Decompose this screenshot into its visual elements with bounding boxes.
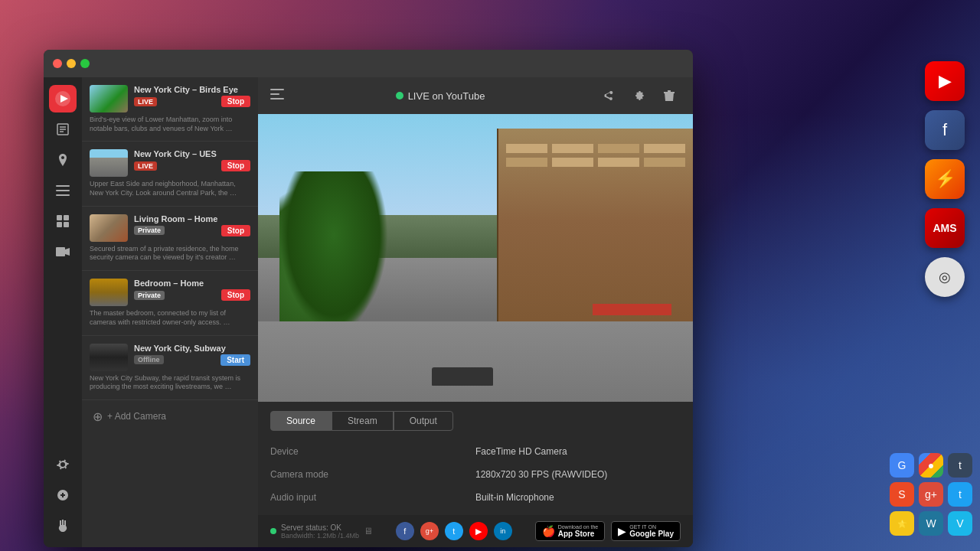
device-value: FaceTime HD Camera (475, 443, 681, 460)
mini-tumblr-icon[interactable]: t (948, 453, 972, 478)
tab-source[interactable]: Source (270, 411, 332, 431)
camera-list: New York City – Birds Eye LIVE Stop Bird… (82, 77, 258, 547)
camera-name-living: Living Room – Home (134, 214, 250, 223)
stop-button-nyc-ues[interactable]: Stop (221, 160, 250, 171)
camera-name-bedroom: Bedroom – Home (134, 279, 250, 288)
mini-wordpress-icon[interactable]: W (919, 511, 943, 536)
google-play-label: Google Play (629, 530, 674, 538)
main-content: LIVE on YouTube (258, 77, 693, 547)
sidebar-item-location[interactable] (49, 146, 77, 174)
share-button[interactable] (596, 84, 619, 107)
facebook-dock-icon[interactable]: f (925, 110, 965, 150)
ams-dock-icon[interactable]: AMS (925, 208, 965, 248)
camera-desc-nyc-ues: Upper East Side and neighborhood, Manhat… (90, 180, 250, 197)
sidebar-item-list[interactable] (49, 177, 77, 204)
sidebar-item-settings[interactable] (49, 451, 77, 478)
svg-rect-17 (270, 98, 284, 99)
video-scene (258, 114, 693, 402)
sidebar-item-video[interactable] (49, 238, 77, 266)
tab-stream[interactable]: Stream (332, 411, 394, 431)
app-window: New York City – Birds Eye LIVE Stop Bird… (44, 50, 693, 547)
mini-stumble-icon[interactable]: S (890, 482, 914, 507)
status-badge-subway: Offline (134, 355, 164, 364)
sidebar-item-logo[interactable] (49, 85, 77, 112)
live-dot (396, 92, 403, 99)
camera-desc-nyc-birds: Bird's-eye view of Lower Manhattan, zoom… (90, 116, 250, 133)
tab-output[interactable]: Output (394, 411, 453, 431)
app-store-badge[interactable]: 🍎 Download on the App Store (535, 521, 606, 541)
settings-button[interactable] (627, 84, 650, 107)
delete-button[interactable] (658, 84, 681, 107)
device-label: Device (270, 443, 475, 460)
server-info-icon: 🖥 (364, 526, 373, 536)
camera-item-living-room[interactable]: Living Room – Home Private Stop Secured … (82, 207, 258, 271)
minimize-button[interactable] (67, 59, 76, 68)
tree-left (279, 171, 388, 330)
mini-twitter-icon[interactable]: t (948, 482, 972, 507)
camera-name-nyc-birds: New York City – Birds Eye (134, 85, 250, 94)
car (432, 367, 493, 386)
svg-rect-13 (56, 247, 65, 256)
live-indicator: LIVE on YouTube (293, 90, 587, 102)
source-info-grid: Device FaceTime HD Camera Camera mode 12… (270, 443, 681, 506)
target-dock-icon[interactable]: ◎ (925, 257, 965, 297)
social-gplus-button[interactable]: g+ (420, 522, 439, 540)
traffic-lights (53, 59, 90, 68)
camera-item-bedroom[interactable]: Bedroom – Home Private Stop The master b… (82, 271, 258, 335)
bandwidth-label: Bandwidth: 1.2Mb /1.4Mb (281, 532, 359, 540)
store-badges: 🍎 Download on the App Store ▶ GET IT ON … (535, 521, 681, 541)
title-bar (44, 50, 693, 77)
social-linkedin-button[interactable]: in (494, 522, 512, 540)
camera-thumbnail-bedroom (90, 279, 128, 306)
close-button[interactable] (53, 59, 62, 68)
mini-chrome-icon[interactable]: ● (919, 453, 943, 478)
mini-gplus-icon[interactable]: g+ (919, 482, 943, 507)
svg-rect-9 (57, 215, 62, 220)
google-play-icon: ▶ (618, 525, 626, 537)
add-camera-plus-icon: ⊕ (93, 409, 103, 424)
add-camera-button[interactable]: ⊕ + Add Camera (82, 400, 258, 433)
camera-item-nyc-ues[interactable]: New York City – UES LIVE Stop Upper East… (82, 142, 258, 206)
sidebar-item-book[interactable] (49, 116, 77, 143)
sidebar-item-add[interactable] (49, 481, 77, 509)
camera-desc-bedroom: The master bedroom, connected to my list… (90, 309, 250, 327)
social-youtube-button[interactable]: ▶ (469, 522, 488, 540)
social-twitter-button[interactable]: t (445, 522, 463, 540)
right-app-dock: ▶ f ⚡ AMS ◎ (925, 61, 965, 297)
mini-yellow-icon[interactable]: ⭐ (890, 511, 914, 536)
mini-vimeo-icon[interactable]: V (948, 511, 972, 536)
svg-rect-12 (64, 222, 69, 227)
camera-name-nyc-ues: New York City – UES (134, 149, 250, 158)
stop-button-living[interactable]: Stop (221, 225, 250, 236)
building-windows (498, 136, 693, 174)
maximize-button[interactable] (80, 59, 90, 68)
camera-item-subway[interactable]: New York City, Subway Offline Start New … (82, 336, 258, 400)
camera-thumbnail-nyc-birds (90, 85, 128, 112)
source-stream-output-tabs: Source Stream Output (270, 411, 681, 431)
server-status-dot (270, 528, 276, 534)
thunder-dock-icon[interactable]: ⚡ (925, 159, 965, 199)
camera-name-subway: New York City, Subway (134, 344, 250, 353)
camera-desc-subway: New York City Subway, the rapid transit … (90, 374, 250, 392)
start-button-subway[interactable]: Start (220, 354, 250, 366)
sidebar-item-grid[interactable] (49, 207, 77, 235)
camera-item-nyc-birds[interactable]: New York City – Birds Eye LIVE Stop Bird… (82, 77, 258, 142)
youtube-dock-icon[interactable]: ▶ (925, 61, 965, 101)
camera-thumbnail-living (90, 214, 128, 242)
svg-rect-7 (56, 190, 70, 191)
svg-rect-6 (56, 185, 70, 187)
mini-g-icon[interactable]: G (890, 453, 914, 478)
social-facebook-button[interactable]: f (396, 522, 414, 540)
google-play-badge[interactable]: ▶ GET IT ON Google Play (611, 521, 681, 541)
menu-icon[interactable] (270, 89, 284, 103)
sidebar (44, 77, 82, 547)
sidebar-item-power[interactable] (49, 512, 77, 540)
stop-button-nyc-birds[interactable]: Stop (221, 96, 250, 107)
mini-app-dock: G ● t S g+ t ⭐ W V (890, 453, 972, 536)
top-bar: LIVE on YouTube (258, 77, 693, 114)
status-badge-bedroom: Private (134, 291, 165, 300)
footer: Server status: OK Bandwidth: 1.2Mb /1.4M… (258, 515, 693, 547)
apple-icon: 🍎 (542, 525, 555, 537)
stop-button-bedroom[interactable]: Stop (221, 289, 250, 301)
video-preview (258, 114, 693, 402)
